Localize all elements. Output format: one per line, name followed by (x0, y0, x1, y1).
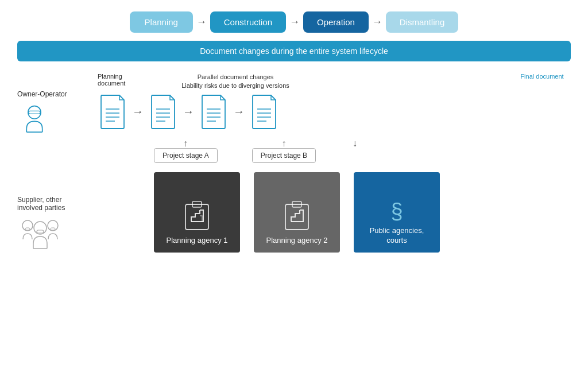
lifecycle-banner: Document changes during the entire syste… (17, 41, 571, 61)
doc-planning (98, 94, 127, 130)
svg-rect-11 (37, 230, 44, 233)
docs-arrows-row: → → (92, 94, 571, 130)
svg-point-10 (34, 222, 47, 234)
phase-operation[interactable]: Operation (303, 11, 369, 33)
phase-dismantling[interactable]: Dismantling (386, 11, 458, 33)
stage-b-unit: ↑ Project stage B (252, 139, 316, 165)
agency-public: § Public agencies, courts (354, 172, 440, 253)
doc-icon-4 (249, 94, 279, 130)
final-down-arrow: ↓ (353, 139, 357, 148)
arrow-2: → (289, 16, 300, 28)
main-container: Planning → Construction → Operation → Di… (0, 0, 588, 392)
stage-b-up-arrow: ↑ (281, 139, 286, 148)
stage-a-unit: ↑ Project stage A (154, 139, 218, 165)
doc-stage-a (148, 94, 178, 130)
svg-rect-33 (285, 204, 308, 230)
doc-icon-2 (148, 94, 178, 130)
section-icon: § (390, 199, 403, 224)
agency-2-label: Planning agency 2 (266, 236, 328, 246)
svg-rect-1 (29, 111, 41, 114)
svg-point-6 (22, 220, 33, 231)
stage-row: ↑ Project stage A ↑ Project stage B ↓ (92, 139, 571, 165)
arrow-3: → (372, 16, 382, 28)
phase-planning[interactable]: Planning (130, 11, 193, 33)
final-down-arrow-unit: ↓ (353, 139, 357, 150)
phase-construction[interactable]: Construction (210, 11, 286, 33)
supplier-persona: Supplier, other involved parties (17, 196, 92, 255)
clipboard-icon-1 (183, 200, 211, 231)
doc-final (249, 94, 279, 130)
stage-a-box: Project stage A (154, 148, 218, 163)
supplier-icon (17, 215, 63, 253)
agencies-row: Planning agency 1 Planning agency 2 § Pu (92, 172, 571, 253)
doc-arrow-3: → (233, 105, 245, 118)
svg-point-0 (28, 106, 41, 119)
doc-stage-b (199, 94, 229, 130)
stage-a-up-arrow: ↑ (183, 139, 188, 148)
planning-doc-label: Planning document (98, 73, 144, 91)
parallel-label: Parallel document changes Liability risk… (172, 73, 299, 91)
agency-1-label: Planning agency 1 (167, 236, 228, 246)
svg-rect-7 (25, 228, 30, 230)
doc-arrow-2: → (183, 105, 194, 118)
svg-rect-31 (185, 204, 208, 230)
doc-icon-3 (199, 94, 229, 130)
stage-b-box: Project stage B (252, 148, 316, 163)
phase-bar: Planning → Construction → Operation → Di… (17, 11, 571, 33)
diagram: Owner-Operator Supplie (17, 73, 571, 255)
diagram-center: Planning document Parallel document chan… (92, 73, 571, 255)
arrow-1: → (196, 16, 207, 28)
owner-label: Owner-Operator (17, 90, 92, 98)
agency-planning-1: Planning agency 1 (154, 172, 240, 253)
left-personas: Owner-Operator Supplie (17, 73, 92, 255)
owner-icon (17, 102, 52, 136)
top-annotations: Planning document Parallel document chan… (92, 73, 571, 91)
doc-icon-1 (98, 94, 127, 130)
clipboard-icon-2 (283, 200, 311, 231)
agency-3-label: Public agencies, courts (370, 226, 424, 246)
supplier-label: Supplier, other involved parties (17, 196, 92, 212)
agency-planning-2: Planning agency 2 (254, 172, 340, 253)
final-doc-label: Final document (513, 73, 571, 91)
owner-persona: Owner-Operator (17, 90, 92, 138)
doc-arrow-1: → (132, 105, 144, 118)
svg-rect-9 (51, 228, 55, 230)
svg-point-8 (48, 220, 58, 231)
